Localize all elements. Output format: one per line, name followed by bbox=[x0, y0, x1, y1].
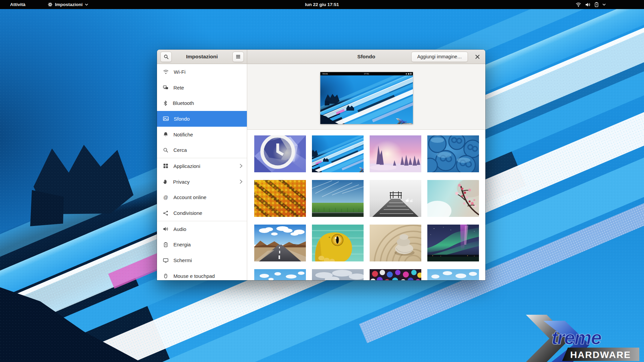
preview-clock: 17:51 bbox=[320, 73, 413, 75]
settings-window: Impostazioni Sfondo Aggiungi immagine… W… bbox=[157, 50, 485, 280]
sidebar-item-label: Condivisione bbox=[173, 210, 202, 216]
sidebar-item-label: Schermi bbox=[173, 257, 192, 263]
wallpaper-thumb-blossom[interactable] bbox=[427, 180, 479, 217]
desktop: Attività Impostazioni lun 22 giu 17:51 I… bbox=[0, 0, 644, 362]
sidebar-item-applicazioni[interactable]: Applicazioni bbox=[157, 158, 247, 174]
at-icon: @ bbox=[163, 195, 168, 200]
battery-icon bbox=[595, 2, 598, 7]
preview-top-bar: Attività 17:51 bbox=[320, 72, 413, 75]
current-background-preview[interactable]: Attività 17:51 bbox=[320, 72, 413, 124]
sidebar-item-label: Bluetooth bbox=[173, 100, 194, 106]
sidebar-item-audio[interactable]: Audio bbox=[157, 221, 247, 237]
wallpaper-thumb-xtreme-blue[interactable] bbox=[312, 135, 364, 172]
titlebar[interactable]: Impostazioni Sfondo Aggiungi immagine… bbox=[157, 50, 485, 64]
background-panel: Attività 17:51 bbox=[247, 64, 485, 280]
image-icon bbox=[163, 116, 169, 121]
titlebar-sidebar-part: Impostazioni bbox=[157, 50, 247, 64]
wallpaper-thumb-overcast[interactable] bbox=[312, 269, 364, 280]
wallpaper-thumb-sky-clouds[interactable] bbox=[427, 269, 479, 280]
window-close-icon bbox=[475, 54, 480, 59]
apps-grid-icon bbox=[163, 163, 168, 169]
wallpaper-thumb-winter-sunset[interactable] bbox=[370, 135, 421, 172]
titlebar-panel-part: Sfondo Aggiungi immagine… bbox=[247, 50, 485, 64]
wifi-icon bbox=[576, 2, 581, 7]
add-image-button[interactable]: Aggiungi immagine… bbox=[411, 52, 468, 62]
top-bar: Attività Impostazioni lun 22 giu 17:51 bbox=[0, 0, 644, 9]
share-icon bbox=[163, 210, 168, 216]
wallpaper-thumb-marsh[interactable] bbox=[312, 180, 364, 217]
mouse-icon bbox=[163, 273, 168, 279]
sidebar-item-label: Sfondo bbox=[174, 116, 190, 122]
close-button[interactable] bbox=[473, 52, 482, 61]
wallpaper-thumb-frog[interactable] bbox=[312, 225, 364, 261]
system-status-area[interactable] bbox=[576, 2, 606, 7]
sidebar-item-wifi[interactable]: Wi-Fi bbox=[157, 64, 247, 80]
hamburger-icon bbox=[236, 55, 240, 59]
slideshow-clock-icon bbox=[254, 135, 304, 170]
svg-text:@: @ bbox=[163, 195, 168, 200]
current-background-preview-area: Attività 17:51 bbox=[247, 64, 485, 130]
chevron-right-icon bbox=[239, 164, 243, 168]
chevron-down-icon bbox=[602, 3, 606, 6]
sidebar-item-label: Notifiche bbox=[173, 132, 193, 137]
bell-icon bbox=[163, 132, 168, 137]
wallpaper-thumb-pier[interactable] bbox=[370, 180, 421, 217]
sidebar-item-energia[interactable]: Energia bbox=[157, 237, 247, 253]
network-icon bbox=[163, 85, 168, 90]
wallpaper-thumb-orange-weave[interactable] bbox=[254, 180, 306, 217]
battery-icon bbox=[163, 242, 168, 247]
settings-sidebar: Wi-Fi Rete Bluetooth Sfondo Notifiche bbox=[157, 64, 247, 280]
sidebar-item-label: Audio bbox=[173, 226, 186, 232]
sidebar-item-sfondo[interactable]: Sfondo bbox=[157, 111, 247, 127]
sidebar-item-label: Applicazioni bbox=[173, 163, 200, 169]
sidebar-item-privacy[interactable]: Privacy bbox=[157, 174, 247, 190]
sidebar-item-label: Cerca bbox=[173, 147, 187, 153]
chevron-right-icon bbox=[239, 179, 243, 184]
wifi-icon bbox=[163, 69, 169, 74]
sidebar-item-condivisione[interactable]: Condivisione bbox=[157, 205, 247, 221]
sidebar-item-label: Wi-Fi bbox=[174, 69, 185, 75]
search-icon bbox=[163, 147, 168, 153]
bluetooth-icon bbox=[163, 101, 168, 106]
sidebar-item-label: Account online bbox=[173, 194, 206, 200]
wallpaper-thumb-zen-stones[interactable] bbox=[370, 225, 421, 261]
sidebar-item-label: Rete bbox=[173, 85, 184, 90]
wallpaper-thumb-desert-road[interactable] bbox=[254, 225, 306, 261]
hand-icon bbox=[163, 179, 168, 184]
sidebar-item-account-online[interactable]: @ Account online bbox=[157, 190, 247, 205]
hamburger-menu-button[interactable] bbox=[232, 52, 244, 62]
sidebar-item-cerca[interactable]: Cerca bbox=[157, 142, 247, 158]
sidebar-item-notifiche[interactable]: Notifiche bbox=[157, 127, 247, 142]
sidebar-item-rete[interactable]: Rete bbox=[157, 80, 247, 96]
preview-status-icons bbox=[406, 73, 412, 75]
sidebar-item-schermi[interactable]: Schermi bbox=[157, 252, 247, 268]
wallpaper-thumb-geometric-purple[interactable] bbox=[254, 135, 306, 172]
sidebar-item-label: Mouse e touchpad bbox=[173, 273, 215, 279]
display-icon bbox=[163, 258, 168, 263]
sidebar-item-bluetooth[interactable]: Bluetooth bbox=[157, 95, 247, 111]
speaker-icon bbox=[163, 227, 168, 232]
wallpaper-thumb-blue-knots[interactable] bbox=[427, 135, 479, 172]
wallpaper-grid bbox=[247, 130, 485, 280]
clock[interactable]: lun 22 giu 17:51 bbox=[0, 2, 644, 7]
sidebar-item-mouse-touchpad[interactable]: Mouse e touchpad bbox=[157, 268, 247, 280]
wallpaper-thumb-blue-sky[interactable] bbox=[254, 269, 306, 280]
volume-icon bbox=[585, 2, 591, 7]
wallpaper-thumb-colorful-crayons[interactable] bbox=[370, 269, 421, 280]
sidebar-item-label: Privacy bbox=[173, 179, 190, 185]
sidebar-item-label: Energia bbox=[173, 242, 191, 247]
wallpaper-thumb-aurora[interactable] bbox=[427, 225, 479, 261]
